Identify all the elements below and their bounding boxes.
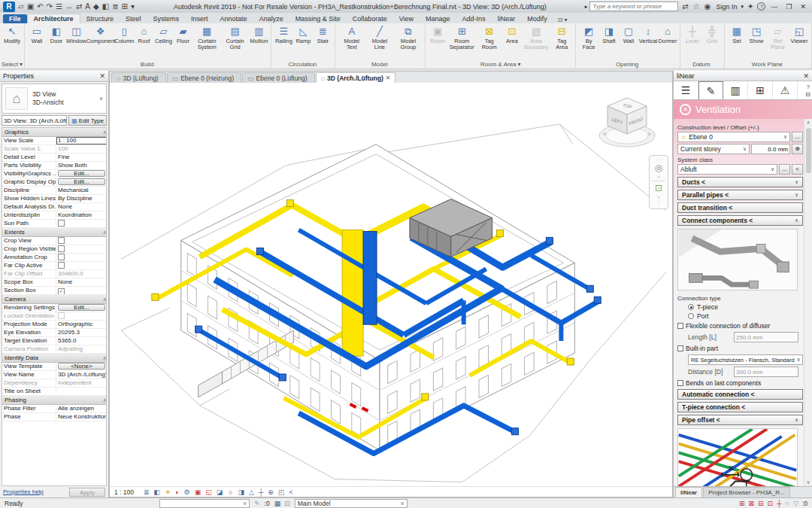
view-control-icon[interactable]: ◐ — [175, 488, 179, 496]
ribbon-tab[interactable]: Collaborate — [347, 14, 393, 23]
qat-icon[interactable]: ⇄ — [75, 2, 83, 12]
property-value[interactable]: 100 — [56, 145, 107, 153]
ribbon-button[interactable]: ▯ Column — [114, 25, 134, 44]
ribbon-button[interactable]: ▧ Area Boundary — [522, 25, 550, 50]
sign-in-dropdown-icon[interactable]: ▾ — [741, 4, 744, 10]
qat-icon[interactable]: ⊞ — [121, 2, 129, 12]
property-value[interactable]: Fine — [56, 154, 107, 161]
port-radio[interactable] — [688, 313, 694, 319]
ribbon-button[interactable]: ◳ Show — [747, 25, 766, 44]
close-button[interactable]: ✕ — [797, 3, 809, 11]
view-tab[interactable]: ▭ Ebene 0 (Heizung) — [167, 72, 241, 83]
section-header-phasing[interactable]: Phasing∧ — [2, 396, 107, 405]
property-value[interactable]: Adjusting — [56, 345, 107, 353]
section-bar[interactable]: Parallel pipes <∨ — [677, 190, 803, 200]
ribbon-button[interactable]: ◨ Shaft — [599, 25, 619, 44]
linear-tab[interactable]: ⊞ — [748, 81, 773, 99]
revit-logo[interactable]: R — [3, 2, 15, 12]
property-value[interactable] — [56, 254, 107, 261]
titlebar-icon[interactable]: ⇄ — [680, 2, 689, 11]
type-selector-chevron-icon[interactable]: ∨ — [99, 96, 103, 102]
section-header-identity[interactable]: Identity Data∧ — [2, 354, 107, 363]
main-model-select[interactable]: Main Model ∨ — [295, 499, 408, 508]
design-options-select[interactable]: ∨ — [159, 499, 250, 508]
ribbon-button[interactable]: ▦ Set — [727, 25, 747, 44]
ribbon-button[interactable]: ❖ Component — [86, 25, 114, 44]
ribbon-tab[interactable]: Modify — [521, 14, 553, 23]
view-control-icon[interactable]: ◨ — [238, 488, 244, 496]
ribbon-tab[interactable]: liNear — [492, 14, 522, 23]
ribbon-button[interactable]: ↕ Vertical — [638, 25, 658, 44]
editable-only-pencil-icon[interactable]: ✎ — [254, 500, 260, 507]
status-icon[interactable]: ○ — [786, 500, 789, 507]
properties-close-icon[interactable]: ✕ — [99, 72, 105, 80]
linear-tab[interactable]: ☰ — [674, 81, 698, 99]
sign-in-button[interactable]: Sign In — [714, 3, 738, 11]
ribbon-button[interactable]: ┼ Level — [683, 25, 702, 44]
property-value[interactable]: Mechanical — [56, 187, 107, 194]
view-control-icon[interactable]: ☀ — [165, 488, 171, 496]
offset-input[interactable] — [751, 144, 790, 154]
builtin-part-select[interactable]: RE Segeltuchstutzen - Flansch, Standard … — [688, 354, 803, 365]
view-control-icon[interactable]: ⚙ — [184, 488, 190, 496]
view-tab[interactable]: ▭ Ebene 0 (Lüftung) — [242, 72, 315, 83]
steering-wheel-icon[interactable]: ◎ — [655, 163, 662, 173]
panel-label-select[interactable]: Select▾ — [1, 60, 23, 68]
section-header-extents[interactable]: Extents∧ — [2, 228, 107, 237]
property-value[interactable]: Koordination — [56, 211, 107, 219]
linear-header[interactable]: liNear ✕ — [674, 71, 812, 81]
section-bar[interactable]: Automatic connection < — [677, 389, 803, 400]
property-value[interactable]: Orthographic — [56, 321, 107, 328]
ribbon-button[interactable]: ☰ Railing — [274, 25, 293, 44]
model-canvas[interactable]: TOP LEFT FRONT ○ ◎ ∨ ⊡ ∨ ○ — [110, 83, 672, 486]
navigation-bar[interactable]: ○ ◎ ∨ ⊡ ∨ ○ — [649, 155, 668, 209]
ribbon-tab[interactable]: Annotate — [214, 14, 253, 23]
property-value[interactable]: By Discipline — [56, 195, 107, 202]
builtin-part-row[interactable]: Built-in part — [677, 345, 803, 352]
ribbon-tab[interactable]: Analyze — [253, 14, 289, 23]
ribbon-tab[interactable]: Add-Ins — [456, 14, 492, 23]
ribbon-tab[interactable]: File — [3, 14, 27, 23]
view-control-icon[interactable]: ◱ — [205, 488, 212, 496]
property-value[interactable]: 3D (Arch./Lüftung) — [56, 371, 107, 379]
port-radio-row[interactable]: Port — [688, 312, 803, 320]
ribbon-button[interactable]: ⌂ Dormer — [658, 25, 677, 44]
view-tab[interactable]: ⌂ 3D (Arch./Lüftung) ✕ — [316, 72, 396, 83]
property-value[interactable]: 5365.0 — [56, 337, 107, 345]
linear-tab[interactable]: ⚠ — [773, 81, 798, 99]
search-arrow-icon[interactable]: ▸ — [585, 4, 588, 10]
minimize-button[interactable]: — — [768, 3, 780, 11]
property-value[interactable] — [56, 245, 107, 253]
view-control-icon[interactable]: < — [289, 488, 292, 496]
ribbon-button[interactable]: ▱ Ceiling — [154, 25, 174, 44]
property-value[interactable] — [56, 237, 107, 245]
qat-icon[interactable]: ◧ — [102, 2, 110, 12]
ribbon-button[interactable]: ⊠ Tag Room — [476, 25, 502, 50]
ribbon-tab[interactable]: Structure — [80, 14, 120, 23]
linear-scrollbar[interactable]: ∧ ∨ — [804, 119, 812, 486]
ribbon-tab[interactable]: Steel — [120, 14, 147, 23]
level-more-button[interactable]: ... — [792, 132, 803, 142]
property-value[interactable]: Alle anzeigen — [56, 405, 107, 412]
property-value[interactable] — [56, 388, 107, 395]
edit-type-button[interactable]: ▦ Edit Type — [68, 115, 107, 126]
view-control-icon[interactable]: ┼ — [259, 488, 263, 496]
qat-icon[interactable]: ↷ — [46, 2, 53, 12]
view-control-icon[interactable]: ◧ — [154, 488, 161, 496]
section-bar[interactable]: T-piece connection < — [677, 402, 803, 412]
ribbon-button[interactable]: A Model Text — [338, 25, 365, 50]
ribbon-button[interactable]: ◫ Window — [66, 25, 86, 44]
ribbon-button[interactable]: ⌂ Roof — [135, 25, 154, 44]
search-input[interactable] — [589, 2, 678, 11]
section-header-camera[interactable]: Camera∧ — [2, 295, 107, 304]
status-icon[interactable]: ⊡ — [284, 500, 290, 507]
tab-close-icon[interactable]: ✕ — [386, 75, 391, 81]
property-value[interactable]: None — [56, 203, 107, 211]
view-control-icon[interactable]: ⊕ — [268, 488, 274, 496]
store-icon[interactable]: ✦ — [746, 2, 755, 11]
ribbon-button[interactable]: ▣ Room — [428, 25, 447, 44]
property-value[interactable]: 1 : 100 — [56, 137, 107, 144]
zoom-icon[interactable]: ⊡ — [655, 183, 662, 193]
ribbon-tab[interactable]: Architecture — [27, 14, 80, 23]
ribbon-button[interactable]: ⊞ Room Separator — [447, 25, 476, 50]
